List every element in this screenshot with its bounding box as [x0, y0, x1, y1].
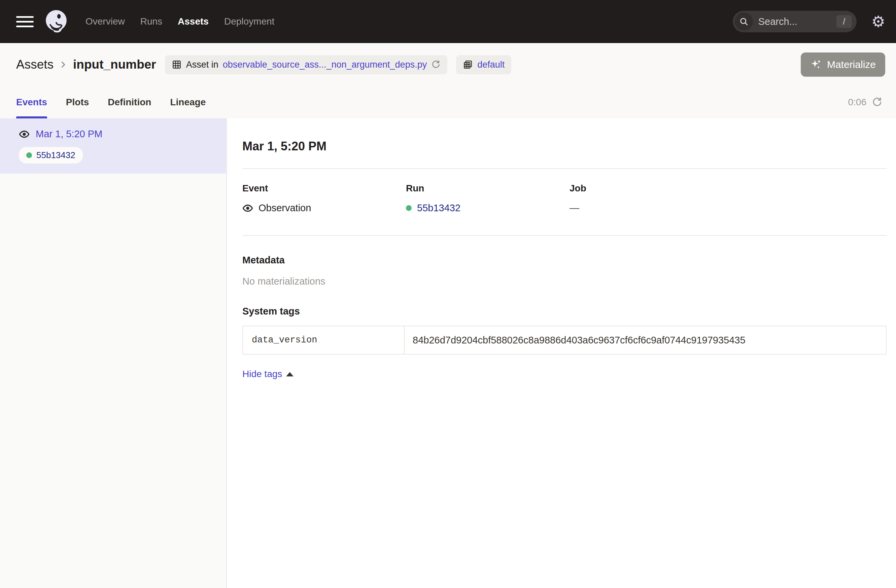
eye-icon [19, 129, 30, 140]
materialize-label: Materialize [827, 59, 876, 70]
top-nav: Overview Runs Assets Deployment Search..… [0, 0, 896, 43]
hide-tags-label: Hide tags [242, 369, 282, 380]
run-column-label: Run [406, 183, 570, 194]
breadcrumb-assets-link[interactable]: Assets [16, 58, 53, 71]
asset-location-badge: Asset in observable_source_ass..._non_ar… [165, 55, 447, 74]
search-input[interactable]: Search... / [733, 11, 856, 32]
tag-key-cell: data_version [243, 326, 405, 354]
materialize-button[interactable]: Materialize [801, 52, 885, 77]
search-icon [735, 12, 753, 30]
tab-events[interactable]: Events [16, 86, 47, 119]
divider [242, 235, 887, 236]
search-placeholder: Search... [758, 16, 831, 27]
dagster-logo-icon[interactable] [43, 8, 69, 35]
chevron-right-icon [58, 59, 68, 70]
run-status-dot [406, 205, 411, 211]
content-area: Mar 1, 5:20 PM 55b13432 Mar 1, 5:20 PM E… [0, 119, 896, 588]
event-title: Mar 1, 5:20 PM [242, 139, 887, 153]
asset-tabs: Events Plots Definition Lineage 0:06 [0, 86, 896, 119]
event-type-value: Observation [259, 202, 311, 214]
event-list-sidebar: Mar 1, 5:20 PM 55b13432 [0, 119, 227, 588]
system-tags-table: data_version 84b26d7d9204cbf588026c8a988… [242, 326, 887, 354]
nav-item-deployment[interactable]: Deployment [224, 16, 274, 27]
tag-value-cell: 84b26d7d9204cbf588026c8a9886d403a6c9637c… [405, 326, 886, 354]
repo-badge: default [456, 55, 511, 74]
asset-name: input_number [73, 58, 156, 71]
repo-default-link[interactable]: default [477, 59, 504, 70]
sparkle-icon [810, 59, 822, 71]
run-status-dot [26, 152, 32, 158]
event-column-label: Event [242, 183, 406, 194]
tab-plots[interactable]: Plots [66, 86, 89, 119]
system-tags-heading: System tags [242, 306, 887, 317]
nav-item-overview[interactable]: Overview [85, 16, 125, 27]
tab-definition[interactable]: Definition [108, 86, 151, 119]
run-id-label: 55b13432 [37, 150, 75, 161]
job-empty-value: — [570, 202, 579, 214]
divider [242, 168, 887, 169]
eye-icon [242, 203, 253, 214]
event-list-item[interactable]: Mar 1, 5:20 PM 55b13432 [0, 119, 226, 173]
collapse-up-icon [286, 372, 294, 377]
metadata-empty-text: No materializations [242, 276, 887, 287]
primary-nav: Overview Runs Assets Deployment [85, 16, 274, 27]
search-shortcut-key: / [837, 15, 852, 28]
asset-location-prefix: Asset in [186, 59, 218, 70]
run-column: Run 55b13432 [406, 183, 570, 214]
nav-item-assets[interactable]: Assets [178, 16, 209, 27]
breadcrumb: Assets input_number [16, 58, 156, 71]
tab-lineage[interactable]: Lineage [170, 86, 206, 119]
gear-icon[interactable]: ⚙ [872, 14, 885, 29]
metadata-heading: Metadata [242, 255, 887, 266]
run-link[interactable]: 55b13432 [417, 202, 460, 214]
hide-tags-link[interactable]: Hide tags [242, 369, 294, 380]
table-grid-icon [172, 59, 182, 70]
event-column: Event Observation [242, 183, 406, 214]
event-summary: Event Observation Run 55b13432 Job [242, 183, 887, 214]
nav-item-runs[interactable]: Runs [140, 16, 162, 27]
refresh-timer: 0:06 [848, 97, 883, 108]
event-detail-panel: Mar 1, 5:20 PM Event Observation Run 55b… [227, 119, 896, 588]
refresh-icon[interactable] [872, 97, 882, 108]
reload-icon[interactable] [431, 60, 440, 69]
event-timestamp: Mar 1, 5:20 PM [36, 129, 102, 140]
asset-header: Assets input_number Asset in observable_… [0, 43, 896, 86]
job-column-label: Job [570, 183, 733, 194]
job-column: Job — [570, 183, 733, 214]
menu-icon[interactable] [16, 16, 34, 27]
run-badge[interactable]: 55b13432 [19, 147, 83, 164]
refresh-countdown: 0:06 [848, 97, 867, 108]
workspace-icon [463, 59, 473, 70]
code-location-link[interactable]: observable_source_ass..._non_argument_de… [223, 59, 427, 70]
